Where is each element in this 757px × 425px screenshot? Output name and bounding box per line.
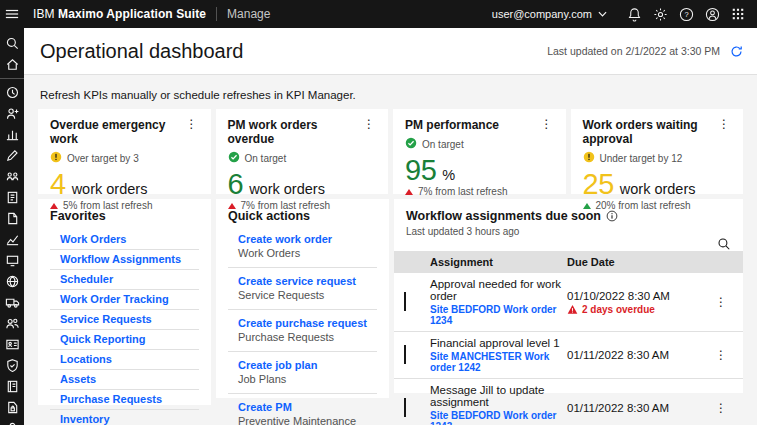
screen-icon[interactable]: [0, 250, 24, 271]
quick-action-item: Create work orderWork Orders: [228, 226, 377, 268]
home-icon[interactable]: [0, 54, 24, 75]
favorite-link[interactable]: Locations: [50, 350, 199, 370]
row-checkbox[interactable]: [404, 345, 406, 364]
quick-actions-card: Quick actions Create work orderWork Orde…: [216, 199, 389, 398]
user-menu[interactable]: user@company.com: [492, 8, 607, 20]
workflow-card: Workflow assignments due soon Last updat…: [394, 199, 743, 393]
settings-gear-icon[interactable]: [647, 0, 673, 28]
workflow-last-updated: Last updated 3 hours ago: [406, 226, 731, 237]
search-icon[interactable]: [717, 237, 731, 251]
document-locked-icon[interactable]: [0, 397, 24, 418]
overflow-menu-icon[interactable]: ⋮: [715, 118, 733, 130]
chart-line-icon[interactable]: [0, 229, 24, 250]
favorite-link[interactable]: Purchase Requests: [50, 390, 199, 410]
row-checkbox[interactable]: [404, 292, 406, 311]
edit-icon[interactable]: [0, 145, 24, 166]
row-checkbox[interactable]: [404, 398, 406, 417]
main-content: Operational dashboard Last updated on 2/…: [24, 28, 757, 425]
user-email: user@company.com: [492, 8, 592, 20]
kpi-card: PM work orders overdue ⋮ On target 6 wor…: [216, 109, 389, 194]
quick-action-app-label: Work Orders: [238, 247, 377, 259]
side-navigation: [0, 28, 24, 425]
menu-hamburger-icon[interactable]: [0, 0, 24, 28]
app-switcher-icon[interactable]: [725, 0, 751, 28]
quick-action-app-label: Purchase Requests: [238, 331, 377, 343]
assignment-site-link[interactable]: Site BEDFORD Work order 1234: [430, 304, 567, 326]
assignment-site-link[interactable]: Site MANCHESTER Work order 1242: [430, 351, 567, 373]
overflow-menu-icon[interactable]: ⋮: [538, 118, 556, 130]
document-icon[interactable]: [0, 208, 24, 229]
network-icon[interactable]: [0, 271, 24, 292]
page-title: Operational dashboard: [40, 40, 243, 63]
quick-actions-title: Quick actions: [228, 209, 377, 223]
kpi-card-row: Overdue emergency work ⋮ Over target by …: [38, 109, 743, 194]
overdue-indicator: 2 days overdue: [567, 304, 709, 315]
overdue-text: 2 days overdue: [582, 304, 655, 315]
favorite-link[interactable]: Scheduler: [50, 270, 199, 290]
favorite-link[interactable]: Work Orders: [50, 230, 199, 250]
quick-action-app-label: Service Requests: [238, 289, 377, 301]
favorite-link[interactable]: Inventory: [50, 410, 199, 425]
security-shield-icon[interactable]: [0, 355, 24, 376]
overflow-menu-icon[interactable]: ⋮: [360, 118, 378, 130]
quick-action-item: Create job planJob Plans: [228, 352, 377, 394]
refresh-icon[interactable]: [730, 45, 743, 58]
assignment-title: Approval needed for work order: [430, 278, 567, 302]
quick-action-item: Create purchase requestPurchase Requests: [228, 310, 377, 352]
favorite-link[interactable]: Assets: [50, 370, 199, 390]
kpi-title: PM work orders overdue: [228, 118, 361, 146]
favorites-list: Work OrdersWorkflow AssignmentsScheduler…: [50, 230, 199, 425]
workflow-table-row: Approval needed for work order Site BEDF…: [394, 273, 743, 332]
row-overflow-menu-icon[interactable]: ⋮: [709, 401, 733, 415]
overflow-menu-icon[interactable]: ⋮: [183, 118, 201, 130]
kpi-trend-text: 7% from last refresh: [418, 186, 507, 197]
recent-icon[interactable]: [0, 82, 24, 103]
assignment-site-link[interactable]: Site BEDFORD Work order 1243: [430, 410, 567, 425]
trend-arrow-icon: [405, 189, 413, 195]
report-icon[interactable]: [0, 187, 24, 208]
kpi-status-text: Over target by 3: [67, 153, 139, 164]
quick-action-link[interactable]: Create purchase request: [238, 317, 377, 329]
kpi-status-text: On target: [245, 153, 287, 164]
notebook-icon[interactable]: [0, 376, 24, 397]
row-overflow-menu-icon[interactable]: ⋮: [709, 295, 733, 309]
quick-action-link[interactable]: Create service request: [238, 275, 377, 287]
favorite-link[interactable]: Quick Reporting: [50, 330, 199, 350]
trend-arrow-icon: [228, 203, 236, 209]
quick-action-link[interactable]: Create job plan: [238, 359, 377, 371]
group-icon[interactable]: [0, 313, 24, 334]
kpi-card: PM performance ⋮ On target 95 % 7% from …: [393, 109, 566, 194]
kpi-status-icon: [405, 135, 422, 153]
quick-action-app-label: Preventive Maintenance: [238, 415, 377, 425]
kpi-status-text: On target: [422, 139, 464, 150]
info-icon[interactable]: [606, 210, 618, 222]
brand-title[interactable]: IBM Maximo Application Suite: [33, 7, 206, 21]
kpi-unit: work orders: [620, 181, 696, 197]
id-card-icon[interactable]: [0, 334, 24, 355]
user-follow-icon[interactable]: [0, 103, 24, 124]
favorite-link[interactable]: Workflow Assignments: [50, 250, 199, 270]
truck-icon[interactable]: [0, 292, 24, 313]
kpi-value: 4: [50, 169, 66, 199]
favorites-card: Favorites Work OrdersWorkflow Assignment…: [38, 199, 211, 405]
asset-group-icon[interactable]: [0, 166, 24, 187]
chart-bar-icon[interactable]: [0, 124, 24, 145]
row-overflow-menu-icon[interactable]: ⋮: [709, 348, 733, 362]
locked-icon[interactable]: [0, 418, 24, 425]
kpi-value: 6: [228, 169, 244, 199]
app-name[interactable]: Manage: [227, 7, 270, 21]
kpi-status-icon: [228, 149, 245, 167]
kpi-value: 95: [405, 155, 436, 185]
kpi-status-icon: [583, 149, 600, 167]
search-icon[interactable]: [0, 33, 24, 54]
notifications-bell-icon[interactable]: [621, 0, 647, 28]
assignment-title: Financial approval level 1: [430, 337, 567, 349]
header-divider: [216, 7, 217, 21]
account-avatar-icon[interactable]: [699, 0, 725, 28]
favorite-link[interactable]: Work Order Tracking: [50, 290, 199, 310]
quick-action-link[interactable]: Create work order: [238, 233, 377, 245]
favorite-link[interactable]: Service Requests: [50, 310, 199, 330]
panel-row: Favorites Work OrdersWorkflow Assignment…: [38, 199, 743, 405]
quick-action-link[interactable]: Create PM: [238, 401, 377, 413]
help-icon[interactable]: ?: [673, 0, 699, 28]
